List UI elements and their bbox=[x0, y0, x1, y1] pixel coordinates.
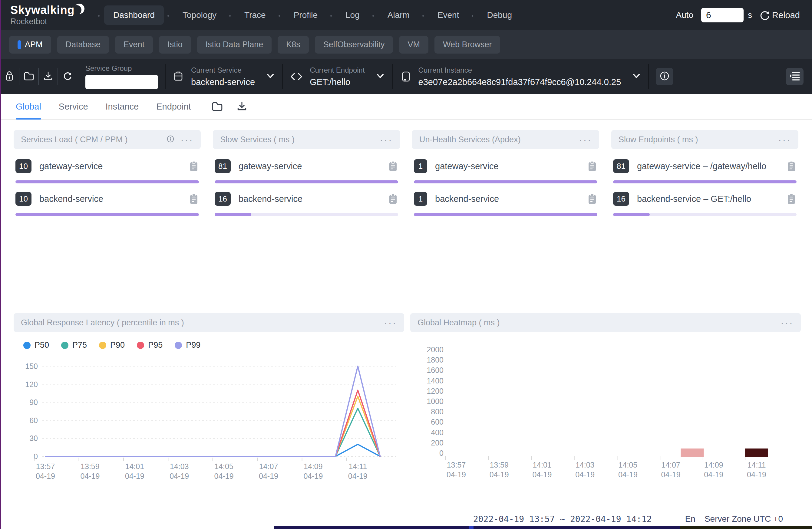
heatmap-cell bbox=[681, 449, 704, 457]
folder-button-dark[interactable] bbox=[211, 100, 223, 113]
nav-item-trace[interactable]: Trace bbox=[235, 5, 275, 25]
list-item[interactable]: 16 backend-service – GET:/hello bbox=[611, 192, 798, 216]
info-icon[interactable] bbox=[166, 134, 175, 145]
svg-text:13:5704-19: 13:5704-19 bbox=[36, 462, 55, 480]
svg-text:1000: 1000 bbox=[426, 397, 444, 406]
list-item[interactable]: 1 gateway-service bbox=[412, 159, 599, 183]
svg-text:14:0704-19: 14:0704-19 bbox=[661, 460, 681, 479]
copy-clipboard-icon[interactable] bbox=[587, 160, 597, 172]
folder-button[interactable] bbox=[19, 66, 38, 87]
list-item[interactable]: 1 backend-service bbox=[412, 192, 599, 216]
current-service-select[interactable]: Current Service backend-service bbox=[172, 66, 276, 87]
svg-text:30: 30 bbox=[29, 434, 38, 442]
card-services-load: Services Load ( CPM / PPM ) ··· 10 gatew… bbox=[14, 130, 201, 216]
copy-clipboard-icon[interactable] bbox=[786, 160, 797, 172]
copy-clipboard-icon[interactable] bbox=[388, 193, 398, 205]
nav-item-alarm[interactable]: Alarm bbox=[378, 5, 419, 25]
card-title: Global Response Latency ( percentile in … bbox=[21, 318, 184, 327]
sidebar-toggle-button[interactable] bbox=[786, 68, 803, 85]
dashtab-database[interactable]: Database bbox=[57, 36, 109, 54]
brand-title: Skywalking bbox=[10, 4, 74, 16]
folder-icon bbox=[23, 70, 34, 83]
svg-text:14:0104-19: 14:0104-19 bbox=[532, 460, 552, 479]
nav-item-event[interactable]: Event bbox=[429, 5, 468, 25]
current-instance-select[interactable]: Current Instance e3e07e2a2b664e8c91fda37… bbox=[400, 66, 642, 87]
dashtab-istio[interactable]: Istio bbox=[159, 36, 191, 54]
nav-item-debug[interactable]: Debug bbox=[478, 5, 521, 25]
nav-item-profile[interactable]: Profile bbox=[285, 5, 327, 25]
tab-service[interactable]: Service bbox=[59, 93, 88, 119]
progress-bar bbox=[414, 213, 597, 216]
card-menu-icon[interactable]: ··· bbox=[781, 320, 794, 326]
service-name: backend-service bbox=[238, 194, 303, 204]
legend-item-p50[interactable]: P50 bbox=[23, 340, 49, 350]
export-button-dark[interactable] bbox=[236, 100, 248, 113]
svg-text:1200: 1200 bbox=[426, 387, 444, 395]
current-endpoint-value: GET:/hello bbox=[310, 77, 364, 87]
service-group-input[interactable] bbox=[85, 75, 158, 89]
refresh-button[interactable] bbox=[58, 66, 77, 87]
language-selector[interactable]: En bbox=[685, 514, 695, 524]
legend-label: P90 bbox=[110, 340, 125, 350]
tab-endpoint[interactable]: Endpoint bbox=[156, 93, 191, 119]
value-badge: 10 bbox=[15, 159, 31, 173]
service-name: gateway-service bbox=[435, 161, 499, 171]
skywalking-dashboard: Skywalking Rocketbot Dashboard Topology … bbox=[0, 0, 812, 529]
card-menu-icon[interactable]: ··· bbox=[384, 320, 397, 326]
dashtab-vm[interactable]: VM bbox=[399, 36, 429, 54]
nav-item-log[interactable]: Log bbox=[336, 5, 369, 25]
chevron-down-icon bbox=[375, 72, 386, 81]
card-header: Un-Health Services (Apdex) ··· bbox=[412, 130, 599, 149]
tab-global[interactable]: Global bbox=[16, 93, 41, 119]
tab-instance[interactable]: Instance bbox=[106, 93, 139, 119]
progress-bar bbox=[215, 180, 398, 183]
brand-subtitle: Rocketbot bbox=[10, 17, 74, 26]
list-item[interactable]: 10 backend-service bbox=[14, 192, 201, 216]
dashtab-apm[interactable]: APM bbox=[9, 36, 51, 54]
auto-interval-input[interactable] bbox=[701, 8, 743, 23]
copy-clipboard-icon[interactable] bbox=[189, 160, 199, 172]
copy-clipboard-icon[interactable] bbox=[388, 160, 398, 172]
info-button[interactable] bbox=[656, 68, 673, 85]
legend-item-p95[interactable]: P95 bbox=[137, 340, 163, 350]
lock-button[interactable] bbox=[0, 66, 19, 87]
card-menu-icon[interactable]: ··· bbox=[380, 136, 393, 143]
progress-bar bbox=[15, 180, 199, 183]
legend-item-p90[interactable]: P90 bbox=[99, 340, 125, 350]
list-item[interactable]: 10 gateway-service bbox=[14, 159, 201, 183]
legend-item-p75[interactable]: P75 bbox=[61, 340, 87, 350]
list-item[interactable]: 16 backend-service bbox=[213, 192, 400, 216]
card-menu-icon[interactable]: ··· bbox=[778, 136, 791, 143]
download-button[interactable] bbox=[39, 66, 58, 87]
nav-item-dashboard[interactable]: Dashboard bbox=[104, 5, 164, 25]
dashtab-event[interactable]: Event bbox=[115, 36, 153, 54]
current-instance-value: e3e07e2a2b664e8c91fda37f674f9cc6@10.244.… bbox=[418, 77, 621, 87]
list-item[interactable]: 81 gateway-service – /gateway/hello bbox=[611, 159, 798, 183]
dashtab-selfobservability[interactable]: SelfObservability bbox=[315, 36, 393, 54]
svg-text:60: 60 bbox=[29, 416, 38, 425]
dashtab-web-browser[interactable]: Web Browser bbox=[434, 36, 501, 54]
time-range[interactable]: 2022-04-19 13:57 ~ 2022-04-19 14:12 bbox=[473, 514, 652, 524]
server-zone[interactable]: Server Zone UTC +0 bbox=[705, 514, 783, 524]
card-menu-icon[interactable]: ··· bbox=[180, 136, 193, 143]
legend-item-p99[interactable]: P99 bbox=[175, 340, 200, 350]
copy-clipboard-icon[interactable] bbox=[786, 193, 797, 205]
dashtab-k8s[interactable]: K8s bbox=[278, 36, 309, 54]
current-endpoint-select[interactable]: Current Endpoint GET:/hello bbox=[290, 66, 385, 87]
copy-clipboard-icon[interactable] bbox=[189, 193, 199, 205]
card-menu-icon[interactable]: ··· bbox=[579, 136, 592, 143]
lock-icon bbox=[4, 70, 15, 83]
svg-text:14:0304-19: 14:0304-19 bbox=[170, 462, 189, 480]
card-slow-services: Slow Services ( ms ) ··· 81 gateway-serv… bbox=[213, 130, 400, 216]
list-item[interactable]: 81 gateway-service bbox=[213, 159, 400, 183]
card-title: Slow Services ( ms ) bbox=[220, 135, 294, 144]
dashtab-istio-data-plane[interactable]: Istio Data Plane bbox=[197, 36, 272, 54]
nav-item-topology[interactable]: Topology bbox=[173, 5, 226, 25]
copy-clipboard-icon[interactable] bbox=[587, 193, 597, 205]
card-title: Un-Health Services (Apdex) bbox=[419, 135, 521, 144]
value-badge: 81 bbox=[215, 159, 231, 173]
card-header: Slow Endpoints ( ms ) ··· bbox=[611, 130, 798, 149]
reload-button[interactable]: Reload bbox=[759, 9, 800, 21]
svg-text:400: 400 bbox=[431, 428, 444, 437]
brand-logo: Skywalking Rocketbot bbox=[10, 4, 80, 26]
